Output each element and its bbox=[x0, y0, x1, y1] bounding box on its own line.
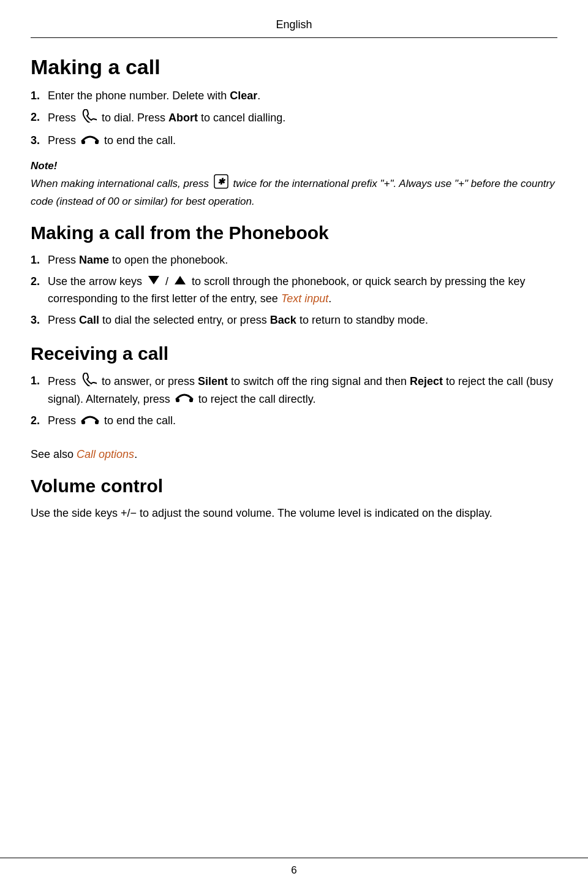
see-also-period: . bbox=[134, 448, 137, 460]
dial-icon bbox=[81, 109, 97, 128]
list-item: 3. Press to end the call. bbox=[31, 132, 557, 150]
list-item: 1. Press Name to open the phonebook. bbox=[31, 252, 557, 268]
list-number: 3. bbox=[31, 132, 48, 149]
page-number: 6 bbox=[291, 864, 296, 876]
star-key-icon: ✱ bbox=[214, 174, 228, 194]
svg-marker-4 bbox=[148, 276, 159, 284]
list-number: 1. bbox=[31, 88, 48, 104]
list-item: 1. Press to answer, or press Silent to s… bbox=[31, 373, 557, 408]
back-key: Back bbox=[270, 314, 296, 326]
clear-key: Clear bbox=[230, 90, 257, 102]
list-number: 1. bbox=[31, 252, 48, 268]
note-block: Note! When making international calls, p… bbox=[31, 158, 557, 210]
receiving-call-title: Receiving a call bbox=[31, 343, 557, 364]
list-number: 2. bbox=[31, 109, 48, 126]
call-options-link[interactable]: Call options bbox=[77, 448, 134, 460]
svg-rect-8 bbox=[81, 421, 85, 424]
see-also-text: See also bbox=[31, 448, 77, 460]
svg-rect-0 bbox=[81, 140, 85, 144]
volume-control-text: Use the side keys +/− to adjust the soun… bbox=[31, 505, 557, 522]
making-call-title: Making a call bbox=[31, 55, 557, 79]
list-content: Press Name to open the phonebook. bbox=[48, 252, 557, 268]
end-call-icon-3 bbox=[81, 413, 99, 430]
list-content: Press Call to dial the selected entry, o… bbox=[48, 312, 557, 329]
phonebook-list: 1. Press Name to open the phonebook. 2. … bbox=[31, 252, 557, 329]
page-language: English bbox=[276, 18, 312, 31]
volume-control-title: Volume control bbox=[31, 476, 557, 497]
list-item: 2. Press to dial. Press Abort to cancel … bbox=[31, 109, 557, 128]
arrow-up-icon bbox=[173, 274, 187, 291]
svg-rect-7 bbox=[189, 398, 193, 402]
end-icon bbox=[81, 133, 99, 150]
receiving-call-list: 1. Press to answer, or press Silent to s… bbox=[31, 373, 557, 430]
list-number: 3. bbox=[31, 312, 48, 329]
svg-text:✱: ✱ bbox=[217, 177, 226, 186]
list-item: 3. Press Call to dial the selected entry… bbox=[31, 312, 557, 329]
see-also-section: See also Call options. bbox=[31, 448, 557, 461]
answer-dial-icon bbox=[81, 373, 97, 391]
list-content: Press to end the call. bbox=[48, 132, 557, 150]
svg-rect-6 bbox=[176, 398, 179, 402]
name-key: Name bbox=[79, 254, 109, 266]
abort-key: Abort bbox=[168, 112, 198, 124]
svg-marker-5 bbox=[175, 276, 186, 284]
list-number: 2. bbox=[31, 413, 48, 429]
arrow-down-icon bbox=[147, 274, 160, 291]
making-call-list: 1. Enter the phone number. Delete with C… bbox=[31, 88, 557, 150]
list-item: 2. Press to end the call. bbox=[31, 413, 557, 430]
silent-key: Silent bbox=[198, 375, 228, 387]
list-item: 1. Enter the phone number. Delete with C… bbox=[31, 88, 557, 104]
list-content: Press to end the call. bbox=[48, 413, 557, 430]
list-item: 2. Use the arrow keys / to scroll throug… bbox=[31, 273, 557, 307]
phonebook-title: Making a call from the Phonebook bbox=[31, 223, 557, 243]
reject-key: Reject bbox=[410, 375, 443, 387]
note-label: Note! bbox=[31, 160, 57, 172]
list-number: 2. bbox=[31, 273, 48, 290]
call-key: Call bbox=[79, 314, 99, 326]
list-content: Enter the phone number. Delete with Clea… bbox=[48, 88, 557, 104]
page-header: English bbox=[31, 18, 557, 38]
svg-rect-1 bbox=[95, 140, 99, 144]
list-content: Press to answer, or press Silent to swit… bbox=[48, 373, 557, 408]
list-content: Press to dial. Press Abort to cancel dia… bbox=[48, 109, 557, 128]
text-input-link[interactable]: Text input bbox=[281, 292, 328, 305]
list-number: 1. bbox=[31, 373, 48, 389]
list-content: Use the arrow keys / to scroll through t… bbox=[48, 273, 557, 307]
page-footer: 6 bbox=[0, 858, 588, 877]
svg-rect-9 bbox=[95, 421, 99, 424]
page: English Making a call 1. Enter the phone… bbox=[0, 0, 588, 895]
end-call-icon-2 bbox=[175, 391, 194, 408]
